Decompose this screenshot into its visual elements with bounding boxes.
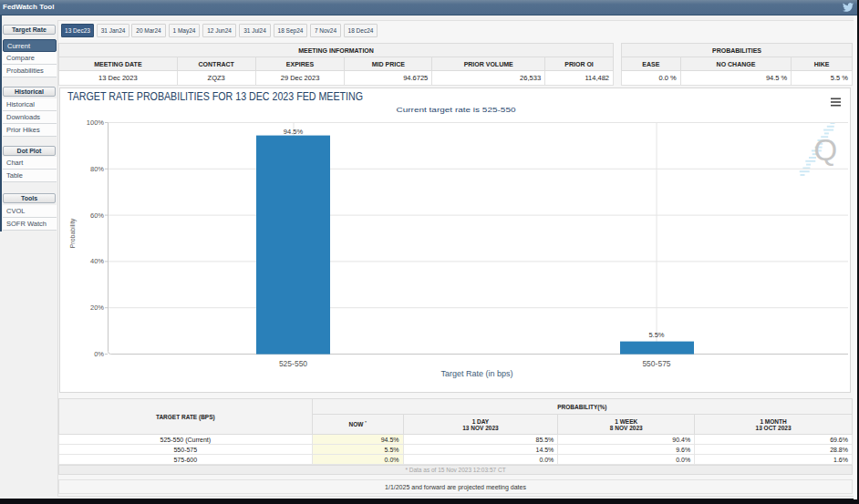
svg-text:Target Rate (in bps): Target Rate (in bps) [440,369,512,378]
svg-text:94.5%: 94.5% [284,128,304,136]
svg-text:Probability: Probability [69,218,77,248]
svg-text:550-575: 550-575 [642,359,670,368]
svg-text:100%: 100% [87,118,105,127]
svg-text:0%: 0% [94,350,104,358]
svg-text:20%: 20% [90,303,104,312]
svg-text:80%: 80% [90,165,104,173]
svg-text:Current target rate is 525-550: Current target rate is 525-550 [397,106,517,114]
svg-text:TARGET RATE PROBABILITIES FOR: TARGET RATE PROBABILITIES FOR 13 DEC 202… [67,89,363,103]
svg-text:60%: 60% [90,211,104,220]
svg-text:525-550: 525-550 [279,359,307,368]
svg-text:Q: Q [814,133,838,167]
svg-text:5.5%: 5.5% [648,331,664,339]
svg-text:40%: 40% [90,257,104,265]
